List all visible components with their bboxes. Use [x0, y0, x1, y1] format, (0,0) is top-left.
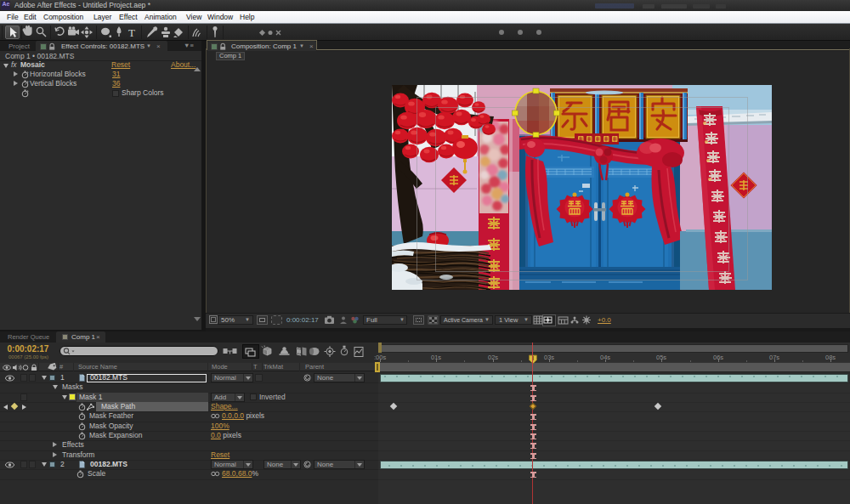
svg-text:T: T: [128, 26, 135, 39]
